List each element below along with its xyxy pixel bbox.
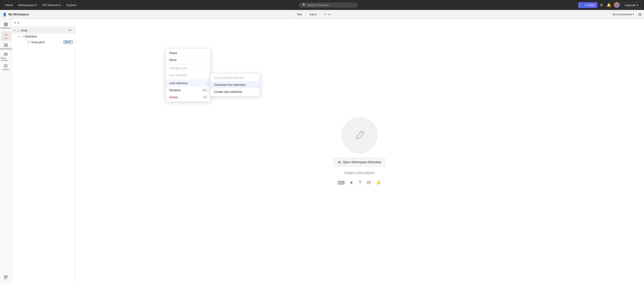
settings-icon[interactable]: ⚙ bbox=[599, 2, 604, 8]
create-request-label: Create a new request: bbox=[344, 171, 375, 174]
sidebar-item-apis[interactable]: APIs bbox=[1, 31, 11, 41]
search-icon: 🔍 bbox=[302, 3, 306, 7]
svg-rect-6 bbox=[4, 46, 6, 47]
definition-item[interactable]: ▾ ≡ Definition bbox=[12, 34, 75, 39]
mock-servers-icon bbox=[4, 52, 8, 56]
menu-divider-2 bbox=[166, 79, 210, 79]
menu-item-move[interactable]: Move bbox=[166, 56, 210, 63]
svg-rect-7 bbox=[6, 46, 7, 47]
top-nav: Home Workspaces ▾ API Network ▾ Explore … bbox=[0, 0, 644, 10]
svg-rect-12 bbox=[4, 276, 6, 277]
submenu-item-generate-from-definition[interactable]: Generate from definition bbox=[210, 81, 260, 88]
chevron-down-icon: ▾ bbox=[14, 29, 17, 32]
collection-item-shop[interactable]: ▾ ◻ shop ••• bbox=[12, 27, 75, 34]
search-placeholder: Search Postman bbox=[307, 3, 329, 7]
svg-point-3 bbox=[5, 34, 6, 35]
empty-state: ⊞ Open Workspace Overview Create a new r… bbox=[334, 117, 385, 186]
sidebar-item-environments[interactable]: Environments bbox=[1, 41, 11, 51]
collections-panel: + ≡ ▾ ◻ shop ••• ▾ ≡ Definition 📄 shop.y… bbox=[12, 19, 75, 284]
nav-home[interactable]: Home bbox=[3, 2, 15, 8]
sidebar-icons: Collections APIs Environments bbox=[0, 19, 12, 284]
overview-icon: ⊞ bbox=[338, 160, 341, 164]
nav-explore[interactable]: Explore bbox=[64, 2, 79, 8]
submenu-item-copy-existing: Copy existing collection bbox=[210, 74, 260, 81]
avatar[interactable] bbox=[614, 2, 620, 8]
tab-more-icon[interactable]: ••• bbox=[328, 13, 331, 16]
sidebar-item-history[interactable]: History bbox=[1, 62, 11, 72]
svg-point-11 bbox=[5, 53, 6, 54]
sidebar-item-add-workspace[interactable] bbox=[1, 272, 11, 282]
search-area: 🔍 Search Postman bbox=[80, 2, 577, 8]
menu-item-add-definition: Add definition bbox=[166, 72, 210, 79]
svg-rect-1 bbox=[4, 24, 8, 25]
new-button[interactable]: New bbox=[294, 12, 305, 17]
submenu: Copy existing collection Generate from d… bbox=[210, 73, 260, 96]
menu-item-manage-roles: Manage roles bbox=[166, 65, 210, 72]
websocket-request-icon[interactable]: ⟳ bbox=[367, 180, 371, 186]
svg-point-10 bbox=[5, 53, 5, 54]
file-icon: 📄 bbox=[27, 40, 30, 44]
collection-more-button[interactable]: ••• bbox=[68, 28, 72, 32]
apis-icon bbox=[4, 33, 8, 37]
context-menu: Share Move Manage roles Add definition A… bbox=[166, 48, 211, 102]
definition-icon: ≡ bbox=[22, 35, 24, 38]
nav-workspaces[interactable]: Workspaces ▾ bbox=[16, 2, 39, 8]
chevron-down-icon: ▾ bbox=[18, 35, 21, 38]
history-icon bbox=[4, 64, 8, 68]
pencil-icon bbox=[352, 127, 368, 143]
main-layout: Collections APIs Environments bbox=[0, 19, 644, 284]
svg-rect-4 bbox=[4, 44, 6, 45]
environment-panel-icon[interactable]: ⊟ bbox=[638, 12, 641, 16]
request-type-icons: ⌨ ✦ ⊤ ⟳ ⚡ bbox=[338, 180, 382, 186]
open-workspace-overview-button[interactable]: ⊞ Open Workspace Overview bbox=[334, 158, 385, 166]
collection-icon: ◻ bbox=[18, 29, 20, 32]
svg-rect-13 bbox=[6, 276, 7, 277]
http-request-icon[interactable]: ⌨ bbox=[338, 180, 345, 186]
svg-rect-14 bbox=[4, 278, 6, 279]
definition-label: Definition bbox=[25, 35, 72, 38]
main-content: ⊞ Open Workspace Overview Create a new r… bbox=[75, 19, 644, 284]
menu-item-add-collection[interactable]: Add collection › bbox=[166, 80, 210, 87]
tab-add-icon[interactable]: + bbox=[324, 12, 326, 17]
collection-label: shop bbox=[21, 29, 66, 32]
grpc-request-icon[interactable]: ⊤ bbox=[358, 180, 362, 186]
svg-rect-0 bbox=[4, 23, 8, 23]
submenu-item-create-new-collection[interactable]: Create new collection bbox=[210, 88, 260, 95]
svg-rect-5 bbox=[6, 44, 7, 45]
menu-item-rename[interactable]: Rename ⌘E bbox=[166, 87, 210, 94]
upgrade-button[interactable]: Upgrade ▾ bbox=[622, 2, 641, 8]
panel-filter-button[interactable]: ≡ bbox=[18, 21, 19, 25]
invite-button[interactable]: 👤+ Invite bbox=[578, 2, 597, 8]
menu-item-share[interactable]: Share bbox=[166, 49, 210, 56]
sidebar-item-mock-servers[interactable]: Mock Servers bbox=[1, 52, 11, 62]
search-box[interactable]: 🔍 Search Postman bbox=[299, 2, 358, 8]
socketio-request-icon[interactable]: ⚡ bbox=[375, 180, 382, 186]
workspace-title: My Workspace bbox=[8, 13, 292, 16]
submenu-arrow-icon: › bbox=[206, 82, 207, 85]
panel-add-button[interactable]: + bbox=[14, 21, 16, 25]
nav-api-network[interactable]: API Network ▾ bbox=[40, 2, 63, 8]
graphql-request-icon[interactable]: ✦ bbox=[349, 180, 354, 186]
menu-item-delete[interactable]: Delete ⌫ bbox=[166, 94, 210, 101]
top-nav-right: 👤+ Invite ⚙ 🔔 Upgrade ▾ bbox=[578, 2, 641, 8]
file-item-shop-yaml[interactable]: 📄 shop.yaml ROOT bbox=[12, 39, 75, 45]
import-button[interactable]: Import bbox=[306, 12, 319, 17]
collections-icon bbox=[4, 22, 8, 26]
notifications-icon[interactable]: 🔔 bbox=[606, 2, 612, 8]
environments-icon bbox=[4, 43, 8, 47]
menu-divider-1 bbox=[166, 64, 210, 64]
svg-rect-2 bbox=[4, 25, 8, 26]
file-label: shop.yaml bbox=[31, 40, 62, 44]
user-icon: 👤 bbox=[3, 13, 6, 16]
workspace-bar: 👤 My Workspace New Import + ••• No Envir… bbox=[0, 10, 644, 19]
add-workspace-icon bbox=[4, 275, 8, 279]
environment-selector[interactable]: No Environment ▾ bbox=[610, 12, 636, 17]
panel-header: + ≡ bbox=[12, 19, 75, 27]
sidebar-item-collections[interactable]: Collections bbox=[1, 21, 11, 31]
empty-icon-circle bbox=[342, 117, 378, 153]
root-badge: ROOT bbox=[63, 40, 72, 44]
